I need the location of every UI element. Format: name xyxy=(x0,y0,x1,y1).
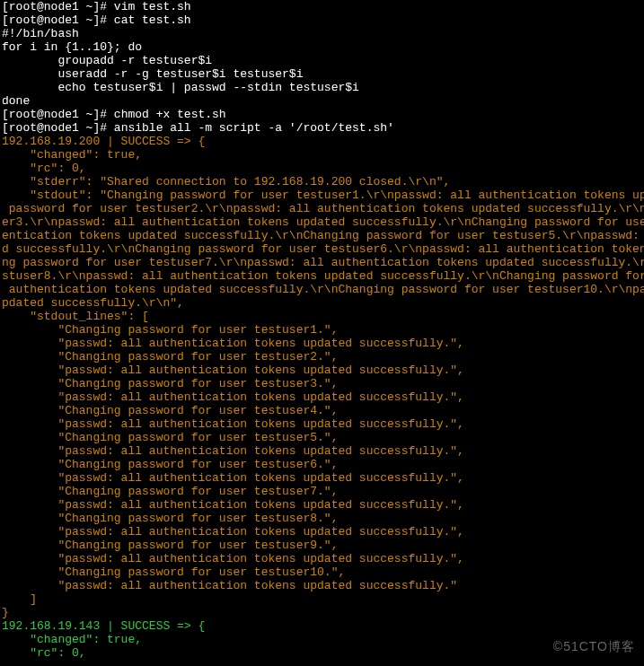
terminal-line: "passwd: all authentication tokens updat… xyxy=(2,498,642,512)
terminal-text: "Changing password for user testuser5.", xyxy=(2,431,345,444)
terminal-text: pdated successfully.\r\n", xyxy=(2,296,191,310)
terminal-line: useradd -r -g testuser$i testuser$i xyxy=(2,67,642,81)
terminal-line: "passwd: all authentication tokens updat… xyxy=(2,525,642,539)
terminal-line: for i in {1..10}; do xyxy=(2,40,642,54)
terminal-text: ng password for user testuser7.\r\npassw… xyxy=(2,256,644,269)
terminal-text: for i in {1..10}; do xyxy=(2,40,142,54)
terminal-text: "passwd: all authentication tokens updat… xyxy=(2,471,472,485)
terminal-text: #!/bin/bash xyxy=(2,27,79,40)
terminal-text: stuser8.\r\npasswd: all authentication t… xyxy=(2,269,644,283)
terminal-text: 192.168.19.143 | SUCCESS => { xyxy=(2,619,205,633)
terminal-line: "Changing password for user testuser9.", xyxy=(2,539,642,552)
terminal-text: "stdout": "Changing password for user te… xyxy=(2,188,644,202)
terminal-text: "passwd: all authentication tokens updat… xyxy=(2,417,472,431)
terminal-line: echo testuser$i | passwd --stdin testuse… xyxy=(2,81,642,94)
terminal-line: "rc": 0, xyxy=(2,162,642,175)
terminal-text: ] xyxy=(2,592,37,606)
terminal-line: "passwd: all authentication tokens updat… xyxy=(2,579,642,592)
terminal-line: "passwd: all authentication tokens updat… xyxy=(2,471,642,485)
terminal-line: "stdout": "Changing password for user te… xyxy=(2,188,642,202)
terminal-line: "stderr": "Shared connection to 192.168.… xyxy=(2,175,642,188)
terminal-text: "Changing password for user testuser10."… xyxy=(2,565,352,579)
terminal-text: password for user testuser2.\r\npasswd: … xyxy=(2,202,644,215)
terminal-text: [root@node1 ~]# xyxy=(2,108,114,121)
terminal-line: er3.\r\npasswd: all authentication token… xyxy=(2,215,642,229)
terminal-text: "Changing password for user testuser1.", xyxy=(2,323,345,337)
terminal-text: ansible all -m script -a '/root/test.sh' xyxy=(114,121,394,135)
terminal-line: "passwd: all authentication tokens updat… xyxy=(2,444,642,458)
terminal-text: "passwd: all authentication tokens updat… xyxy=(2,525,472,539)
terminal-line: [root@node1 ~]# vim test.sh xyxy=(2,0,642,13)
terminal-text: } xyxy=(2,606,9,619)
terminal-text: "Changing password for user testuser4.", xyxy=(2,404,345,417)
terminal-line: "Changing password for user testuser8.", xyxy=(2,512,642,525)
terminal-text: "Changing password for user testuser6.", xyxy=(2,458,345,471)
terminal-line: "changed": true, xyxy=(2,148,642,162)
terminal-text: "Changing password for user testuser3.", xyxy=(2,377,345,390)
terminal-line: password for user testuser2.\r\npasswd: … xyxy=(2,202,642,215)
terminal-line: "Changing password for user testuser7.", xyxy=(2,485,642,498)
terminal-text: "passwd: all authentication tokens updat… xyxy=(2,579,457,592)
terminal-line: "Changing password for user testuser3.", xyxy=(2,377,642,390)
terminal-line: 192.168.19.143 | SUCCESS => { xyxy=(2,619,642,633)
terminal-text: "Changing password for user testuser2.", xyxy=(2,350,345,364)
terminal-text: "Changing password for user testuser8.", xyxy=(2,512,345,525)
terminal-text: [root@node1 ~]# xyxy=(2,0,114,13)
terminal-line: "Changing password for user testuser5.", xyxy=(2,431,642,444)
terminal-line: stuser8.\r\npasswd: all authentication t… xyxy=(2,269,642,283)
terminal-line: "Changing password for user testuser6.", xyxy=(2,458,642,471)
terminal-line: [root@node1 ~]# ansible all -m script -a… xyxy=(2,121,642,135)
terminal-text: "passwd: all authentication tokens updat… xyxy=(2,337,472,350)
terminal-text: "passwd: all authentication tokens updat… xyxy=(2,390,472,404)
terminal-line: done xyxy=(2,94,642,108)
terminal-text: chmod +x test.sh xyxy=(114,108,226,121)
terminal-line: ng password for user testuser7.\r\npassw… xyxy=(2,256,642,269)
terminal-line: "changed": true, xyxy=(2,633,642,646)
terminal-line: "passwd: all authentication tokens updat… xyxy=(2,364,642,377)
terminal-line: pdated successfully.\r\n", xyxy=(2,296,642,310)
terminal-line: "Changing password for user testuser2.", xyxy=(2,350,642,364)
terminal-text: d successfully.\r\nChanging password for… xyxy=(2,242,644,256)
terminal-text: useradd -r -g testuser$i testuser$i xyxy=(2,67,303,81)
terminal-text: cat test.sh xyxy=(114,13,191,27)
terminal-text: "stderr": "Shared connection to 192.168.… xyxy=(2,175,457,188)
terminal-text: "changed": true, xyxy=(2,633,149,646)
terminal-output[interactable]: [root@node1 ~]# vim test.sh[root@node1 ~… xyxy=(0,0,644,660)
terminal-text: [root@node1 ~]# xyxy=(2,121,114,135)
terminal-line: entication tokens updated successfully.\… xyxy=(2,229,642,242)
terminal-line: [root@node1 ~]# chmod +x test.sh xyxy=(2,108,642,121)
terminal-line: 192.168.19.200 | SUCCESS => { xyxy=(2,135,642,148)
terminal-line: d successfully.\r\nChanging password for… xyxy=(2,242,642,256)
terminal-text: authentication tokens updated successful… xyxy=(2,283,644,296)
terminal-text: 192.168.19.200 | SUCCESS => { xyxy=(2,135,205,148)
terminal-text: echo testuser$i | passwd --stdin testuse… xyxy=(2,81,359,94)
terminal-text: groupadd -r testuser$i xyxy=(2,54,212,67)
watermark: ©51CTO博客 xyxy=(553,640,635,653)
terminal-text: "passwd: all authentication tokens updat… xyxy=(2,552,472,565)
terminal-text: entication tokens updated successfully.\… xyxy=(2,229,644,242)
terminal-line: ] xyxy=(2,592,642,606)
terminal-text: "changed": true, xyxy=(2,148,149,162)
terminal-line: "Changing password for user testuser1.", xyxy=(2,323,642,337)
terminal-text: "passwd: all authentication tokens updat… xyxy=(2,498,472,512)
terminal-text: done xyxy=(2,94,30,108)
terminal-text: "passwd: all authentication tokens updat… xyxy=(2,444,472,458)
terminal-text: "Changing password for user testuser9.", xyxy=(2,539,345,552)
terminal-line: "passwd: all authentication tokens updat… xyxy=(2,417,642,431)
terminal-line: [root@node1 ~]# cat test.sh xyxy=(2,13,642,27)
terminal-line: groupadd -r testuser$i xyxy=(2,54,642,67)
terminal-line: "passwd: all authentication tokens updat… xyxy=(2,552,642,565)
terminal-line: "passwd: all authentication tokens updat… xyxy=(2,337,642,350)
terminal-text: "Changing password for user testuser7.", xyxy=(2,485,345,498)
terminal-line: } xyxy=(2,606,642,619)
terminal-line: authentication tokens updated successful… xyxy=(2,283,642,296)
terminal-line: "rc": 0, xyxy=(2,646,642,660)
terminal-text: "rc": 0, xyxy=(2,646,93,660)
terminal-line: #!/bin/bash xyxy=(2,27,642,40)
terminal-text: er3.\r\npasswd: all authentication token… xyxy=(2,215,644,229)
terminal-text: vim test.sh xyxy=(114,0,191,13)
terminal-text: "rc": 0, xyxy=(2,162,93,175)
terminal-line: "Changing password for user testuser4.", xyxy=(2,404,642,417)
terminal-line: "Changing password for user testuser10."… xyxy=(2,565,642,579)
terminal-text: [root@node1 ~]# xyxy=(2,13,114,27)
